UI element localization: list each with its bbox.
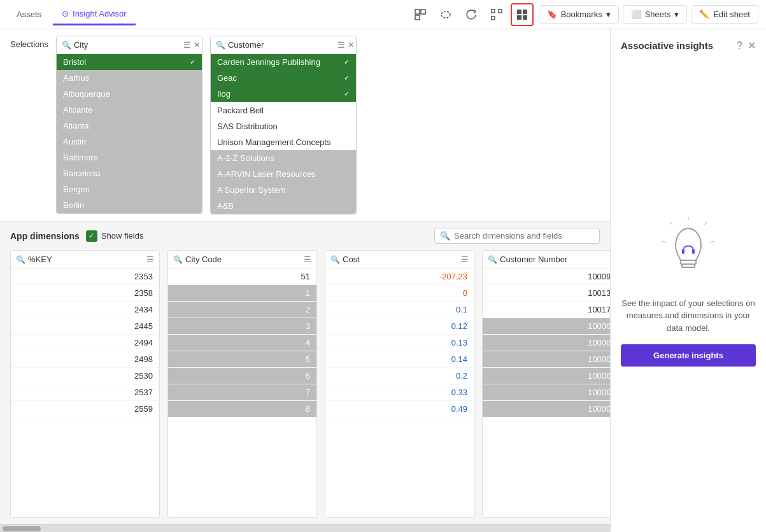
- list-item[interactable]: 10000000: [483, 318, 610, 335]
- list-item[interactable]: Ilog✓: [211, 86, 356, 102]
- customer-number-box-header: 🔍 ☰: [483, 251, 610, 269]
- list-item[interactable]: Carden Jennings Publishing✓: [211, 54, 356, 70]
- list-item[interactable]: 10000457: [483, 384, 610, 401]
- list-item[interactable]: Packard Bell: [211, 102, 356, 118]
- list-item[interactable]: 6: [168, 368, 316, 384]
- list-item[interactable]: 2494: [11, 335, 159, 351]
- bookmarks-btn[interactable]: 🔖 Bookmarks ▾: [539, 5, 619, 24]
- customer-number-search-input[interactable]: [500, 255, 610, 264]
- list-item[interactable]: 2537: [11, 384, 159, 401]
- list-item[interactable]: Berlin: [57, 197, 202, 213]
- list-item[interactable]: Geac✓: [211, 70, 356, 86]
- list-item[interactable]: 0.2: [325, 368, 474, 384]
- sheets-label: Sheets: [645, 10, 670, 19]
- toolbar-left: Assets ⊙ Insight Advisor: [8, 4, 404, 25]
- list-item[interactable]: 8: [168, 401, 316, 417]
- list-item[interactable]: Austin: [57, 134, 202, 150]
- horizontal-scrollbar[interactable]: [0, 524, 610, 532]
- list-item[interactable]: 2: [168, 302, 316, 318]
- list-item[interactable]: A&B: [211, 198, 356, 214]
- city-code-search-input[interactable]: [185, 255, 301, 264]
- customer-search-input[interactable]: [228, 40, 335, 50]
- key-list-icon[interactable]: ☰: [146, 255, 154, 264]
- list-item[interactable]: 2358: [11, 285, 159, 302]
- cost-list-icon[interactable]: ☰: [461, 255, 469, 264]
- list-item[interactable]: 3: [168, 318, 316, 335]
- cost-search-input[interactable]: [343, 255, 458, 264]
- refresh-icon-btn[interactable]: [460, 3, 483, 26]
- refresh-icon: [465, 9, 477, 20]
- list-item[interactable]: 0.13: [325, 335, 474, 351]
- city-close-icon[interactable]: ✕: [194, 40, 201, 50]
- select-icon-btn[interactable]: [409, 3, 432, 26]
- list-item[interactable]: 0: [325, 285, 474, 302]
- selections-bar: Selections 🔍 ☰ ✕ Bristol✓ Aarhus Albuque…: [0, 29, 610, 221]
- list-item[interactable]: Aarhus: [57, 70, 202, 86]
- svg-rect-0: [415, 10, 420, 14]
- customer-list-icon[interactable]: ☰: [337, 40, 345, 50]
- list-item[interactable]: 0.12: [325, 318, 474, 335]
- list-item[interactable]: 51: [168, 269, 316, 285]
- customer-search-icon: 🔍: [216, 41, 225, 50]
- list-item[interactable]: 2353: [11, 269, 159, 285]
- list-item[interactable]: A-2-Z Solutions: [211, 150, 356, 166]
- grid-icon-btn[interactable]: [511, 3, 534, 26]
- list-item[interactable]: Barcelona: [57, 165, 202, 181]
- tab-insight-advisor[interactable]: ⊙ Insight Advisor: [53, 4, 136, 25]
- list-item[interactable]: Albuquerque: [57, 86, 202, 102]
- customer-close-icon[interactable]: ✕: [348, 40, 355, 50]
- list-item[interactable]: 4: [168, 335, 316, 351]
- scan-icon-btn[interactable]: [485, 3, 508, 26]
- edit-sheet-btn[interactable]: ✏️ Edit sheet: [691, 5, 758, 24]
- list-item[interactable]: Alicante: [57, 102, 202, 118]
- list-item[interactable]: 2445: [11, 318, 159, 335]
- list-item[interactable]: 0.33: [325, 384, 474, 401]
- list-item[interactable]: 0.1: [325, 302, 474, 318]
- list-item[interactable]: 2559: [11, 401, 159, 417]
- list-item[interactable]: 10013509: [483, 285, 610, 302]
- svg-line-12: [704, 222, 707, 225]
- city-list-icon[interactable]: ☰: [183, 40, 191, 50]
- sheets-btn[interactable]: ⬜ Sheets ▾: [623, 5, 687, 24]
- list-item[interactable]: 2434: [11, 302, 159, 318]
- list-item[interactable]: -207,23: [325, 269, 474, 285]
- list-item[interactable]: 10017585: [483, 302, 610, 318]
- list-item[interactable]: A Superior System: [211, 182, 356, 198]
- main-layout: Selections 🔍 ☰ ✕ Bristol✓ Aarhus Albuque…: [0, 29, 766, 532]
- help-icon[interactable]: ?: [737, 40, 742, 52]
- list-item[interactable]: SAS Distribution: [211, 118, 356, 134]
- key-search-icon: 🔍: [16, 255, 25, 264]
- key-search-input[interactable]: [28, 255, 144, 264]
- scrollbar-thumb[interactable]: [3, 526, 41, 531]
- lasso-icon-btn[interactable]: [434, 3, 457, 26]
- list-item[interactable]: 1: [168, 285, 316, 302]
- list-item[interactable]: 7: [168, 384, 316, 401]
- list-item[interactable]: 0.49: [325, 401, 474, 417]
- list-item[interactable]: Unison Management Concepts: [211, 134, 356, 150]
- list-item[interactable]: 10000453: [483, 335, 610, 351]
- svg-rect-5: [499, 10, 502, 13]
- list-item[interactable]: Baltimore: [57, 150, 202, 165]
- insight-icon: ⊙: [62, 9, 69, 18]
- list-item[interactable]: 10000456: [483, 368, 610, 384]
- city-code-list-icon[interactable]: ☰: [304, 255, 311, 264]
- tab-assets[interactable]: Assets: [8, 4, 50, 24]
- list-item[interactable]: 10009156: [483, 269, 610, 285]
- list-item[interactable]: 2530: [11, 368, 159, 384]
- generate-insights-btn[interactable]: Generate insights: [621, 344, 756, 367]
- list-item[interactable]: 2498: [11, 351, 159, 368]
- list-item[interactable]: Atlanta: [57, 118, 202, 134]
- list-item[interactable]: 0.14: [325, 351, 474, 368]
- list-item[interactable]: A-ARVIN Laser Resources: [211, 166, 356, 182]
- city-search-input[interactable]: [74, 40, 181, 50]
- close-icon[interactable]: ✕: [748, 39, 756, 52]
- dimensions-header: App dimensions ✓ Show fields 🔍: [0, 221, 610, 250]
- dimensions-search-input[interactable]: [454, 231, 594, 241]
- list-item[interactable]: 5: [168, 351, 316, 368]
- list-item[interactable]: 10000455: [483, 351, 610, 368]
- show-fields-toggle[interactable]: ✓ Show fields: [86, 230, 143, 242]
- show-fields-checkbox[interactable]: ✓: [86, 230, 97, 242]
- list-item[interactable]: Bergen: [57, 181, 202, 197]
- list-item[interactable]: 10000458: [483, 401, 610, 417]
- list-item[interactable]: Bristol✓: [57, 54, 202, 70]
